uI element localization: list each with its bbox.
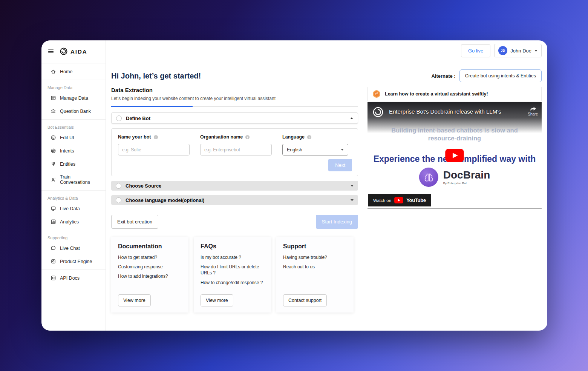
app-window: AIDA Home Manage Data Manage Data Questi… <box>41 40 547 331</box>
card-link[interactable]: How do I limit URLs or delete URLs ? <box>201 264 264 276</box>
card-text: Reach out to us <box>283 264 347 270</box>
card-title: FAQs <box>201 243 264 250</box>
share-control[interactable]: Share <box>528 106 538 116</box>
support-card: Support Having some trouble? Reach out t… <box>276 237 354 313</box>
section-title: Data Extraction <box>111 87 358 93</box>
sidebar-item-label: Edit UI <box>60 135 74 140</box>
sidebar-item-intents[interactable]: Intents <box>41 144 106 157</box>
org-name-field-group: Organisation name <box>200 134 272 155</box>
card-link[interactable]: Customizing response <box>118 264 182 270</box>
sidebar-item-train-conversations[interactable]: Train Conversations <box>41 171 106 189</box>
sidebar-item-label: Question Bank <box>60 109 91 114</box>
contact-support-button[interactable]: Contact support <box>283 294 327 306</box>
sidebar-item-label: Intents <box>60 148 74 154</box>
create-bot-intents-button[interactable]: Create bot using intents & Entities <box>459 69 542 82</box>
accordion-label: Choose language model(optional) <box>126 197 204 203</box>
card-link[interactable]: How to get started? <box>118 254 182 260</box>
accordion-choose-model[interactable]: Choose language model(optional) <box>111 195 358 205</box>
sidebar-item-manage-data[interactable]: Manage Data <box>41 91 106 105</box>
divider <box>41 80 106 80</box>
promo-banner: Learn how to create a virtual assistant … <box>368 87 542 101</box>
card-title: Support <box>283 243 347 250</box>
language-label: Language <box>282 134 305 140</box>
sidebar-item-edit-ui[interactable]: Edit UI <box>41 131 106 144</box>
docbrain-wordmark: DocBrain <box>443 170 490 180</box>
edit-ui-icon <box>51 135 56 140</box>
entities-branch-icon <box>51 161 56 167</box>
sidebar-item-label: Live Chat <box>60 246 80 251</box>
define-bot-form: Name your bot Organisation name <box>111 128 358 176</box>
sidebar-item-label: Entities <box>60 162 75 167</box>
sidebar-item-home[interactable]: Home <box>41 65 106 78</box>
hamburger-menu-icon[interactable] <box>47 48 54 55</box>
bot-name-input[interactable] <box>118 144 190 155</box>
watch-on-youtube-button[interactable]: Watch on YouTube <box>368 194 431 206</box>
promo-text: Learn how to create a virtual assistant … <box>385 91 488 97</box>
card-link[interactable]: How to add integrations? <box>118 273 182 279</box>
youtube-play-icon <box>394 197 403 203</box>
info-icon[interactable] <box>307 135 312 140</box>
accordion-label: Define Bot <box>126 115 150 121</box>
next-button[interactable]: Next <box>328 159 352 171</box>
play-button-icon[interactable] <box>445 149 464 162</box>
org-name-label: Organisation name <box>200 134 243 140</box>
sidebar-section-manage-data: Manage Data <box>41 82 106 91</box>
sidebar-item-label: Manage Data <box>60 95 88 101</box>
sidebar-item-entities[interactable]: Entities <box>41 157 106 171</box>
sidebar-item-label: API Docs <box>60 276 80 281</box>
engine-icon <box>51 259 56 264</box>
sidebar-item-live-chat[interactable]: Live Chat <box>41 242 106 255</box>
sidebar-item-api-docs[interactable]: API Docs <box>41 271 106 285</box>
language-select[interactable]: English <box>282 144 348 155</box>
chevron-down-icon <box>341 149 344 151</box>
video-title: Enterprise Bot's Docbrain release with L… <box>389 108 510 115</box>
sidebar-item-live-data[interactable]: Live Data <box>41 202 106 215</box>
chevron-down-icon <box>351 185 354 187</box>
language-field-group: Language English <box>282 134 348 155</box>
accordion-define-bot[interactable]: Define Bot <box>111 112 358 124</box>
info-icon[interactable] <box>245 135 250 140</box>
enterprise-bot-logo-icon <box>372 106 384 118</box>
go-live-button[interactable]: Go live <box>461 44 490 57</box>
youtube-video-embed[interactable]: Enterprise Bot's Docbrain release with L… <box>368 102 542 209</box>
user-menu[interactable]: JD John Doe <box>494 44 542 57</box>
progress-bar <box>111 106 358 107</box>
wizard-column: Data Extraction Let’s begin indexing you… <box>111 87 358 313</box>
content: Hi John, let’s get started! Alternate : … <box>106 61 547 331</box>
youtube-wordmark: YouTube <box>406 197 426 203</box>
chevron-down-icon <box>534 50 537 52</box>
sidebar: AIDA Home Manage Data Manage Data Questi… <box>41 40 106 331</box>
page-title: Hi John, let’s get started! <box>111 72 201 80</box>
view-more-button[interactable]: View more <box>118 294 151 306</box>
card-link[interactable]: How to change/edit response ? <box>201 280 264 286</box>
view-more-button[interactable]: View more <box>201 294 233 306</box>
video-tagline: Building intent-based chatbots is slow a… <box>385 126 524 142</box>
divider <box>41 119 106 120</box>
exit-bot-creation-button[interactable]: Exit bot creation <box>111 215 158 229</box>
sidebar-item-analytics[interactable]: Analytics <box>41 215 106 228</box>
divider <box>41 269 106 270</box>
chart-icon <box>51 219 56 225</box>
sidebar-item-product-engine[interactable]: Product Engine <box>41 255 106 268</box>
bank-icon <box>51 108 56 114</box>
card-link[interactable]: Is my bot accurate ? <box>201 254 264 260</box>
chat-bubble-icon <box>51 245 56 251</box>
faqs-card: FAQs Is my bot accurate ? How do I limit… <box>194 237 271 313</box>
start-indexing-button[interactable]: Start Indexing <box>316 215 358 229</box>
sidebar-item-question-bank[interactable]: Question Bank <box>41 105 106 118</box>
sidebar-item-label: Product Engine <box>60 259 92 264</box>
chevron-down-icon <box>351 199 354 201</box>
org-name-input[interactable] <box>200 144 272 155</box>
step-radio <box>116 115 122 121</box>
aida-logo-icon <box>60 47 68 55</box>
docbrain-brain-icon <box>419 168 438 187</box>
monitor-icon <box>51 206 56 211</box>
bot-name-label: Name your bot <box>118 134 151 140</box>
divider <box>41 190 106 191</box>
info-icon[interactable] <box>153 135 158 140</box>
accordion-choose-source[interactable]: Choose Source <box>111 181 358 191</box>
step-radio <box>116 197 121 203</box>
step-radio <box>116 183 121 189</box>
sidebar-item-label: Analytics <box>60 219 79 225</box>
share-icon <box>529 106 537 112</box>
